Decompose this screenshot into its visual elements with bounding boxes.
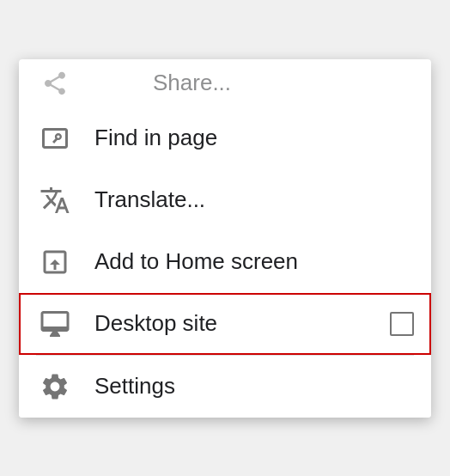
context-menu: Share... Find in page Translate... Add t… xyxy=(19,59,431,418)
menu-item-translate[interactable]: Translate... xyxy=(19,169,431,231)
menu-item-share-partial[interactable]: Share... xyxy=(19,59,431,107)
menu-item-desktop-site[interactable]: Desktop site xyxy=(19,293,431,355)
desktop-site-icon xyxy=(36,305,74,343)
menu-item-find-in-page[interactable]: Find in page xyxy=(19,107,431,169)
share-icon xyxy=(36,64,74,102)
desktop-site-checkbox[interactable] xyxy=(390,312,414,336)
add-to-home-icon xyxy=(36,243,74,281)
desktop-site-label: Desktop site xyxy=(94,310,390,337)
translate-icon xyxy=(36,181,74,219)
settings-icon xyxy=(36,368,74,406)
menu-item-add-to-home[interactable]: Add to Home screen xyxy=(19,231,431,293)
find-in-page-icon xyxy=(36,119,74,157)
translate-label: Translate... xyxy=(94,186,414,213)
settings-label: Settings xyxy=(94,373,414,400)
menu-item-settings[interactable]: Settings xyxy=(19,356,431,418)
share-label: Share... xyxy=(153,70,231,96)
add-to-home-label: Add to Home screen xyxy=(94,248,414,275)
find-in-page-label: Find in page xyxy=(94,125,414,151)
